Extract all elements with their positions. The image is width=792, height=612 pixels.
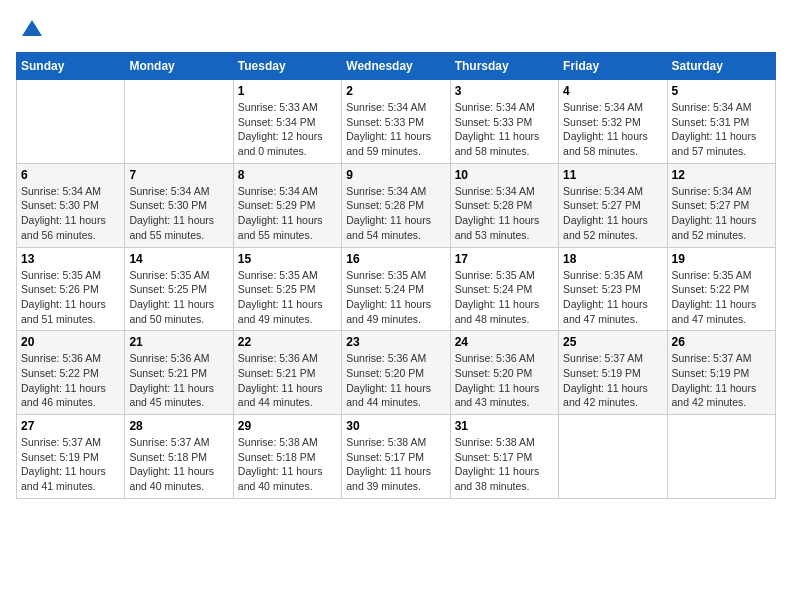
- calendar-day-cell: 9Sunrise: 5:34 AM Sunset: 5:28 PM Daylig…: [342, 163, 450, 247]
- day-number: 8: [238, 168, 337, 182]
- day-info: Sunrise: 5:35 AM Sunset: 5:25 PM Dayligh…: [238, 268, 337, 327]
- calendar-day-cell: 29Sunrise: 5:38 AM Sunset: 5:18 PM Dayli…: [233, 415, 341, 499]
- day-number: 3: [455, 84, 554, 98]
- day-info: Sunrise: 5:35 AM Sunset: 5:26 PM Dayligh…: [21, 268, 120, 327]
- day-info: Sunrise: 5:37 AM Sunset: 5:19 PM Dayligh…: [21, 435, 120, 494]
- day-info: Sunrise: 5:37 AM Sunset: 5:18 PM Dayligh…: [129, 435, 228, 494]
- day-number: 15: [238, 252, 337, 266]
- day-number: 30: [346, 419, 445, 433]
- day-info: Sunrise: 5:34 AM Sunset: 5:33 PM Dayligh…: [455, 100, 554, 159]
- day-info: Sunrise: 5:34 AM Sunset: 5:27 PM Dayligh…: [672, 184, 771, 243]
- day-number: 14: [129, 252, 228, 266]
- calendar-day-cell: 11Sunrise: 5:34 AM Sunset: 5:27 PM Dayli…: [559, 163, 667, 247]
- day-info: Sunrise: 5:35 AM Sunset: 5:25 PM Dayligh…: [129, 268, 228, 327]
- calendar-day-cell: 28Sunrise: 5:37 AM Sunset: 5:18 PM Dayli…: [125, 415, 233, 499]
- day-number: 7: [129, 168, 228, 182]
- svg-marker-0: [22, 20, 42, 36]
- day-info: Sunrise: 5:35 AM Sunset: 5:24 PM Dayligh…: [346, 268, 445, 327]
- day-info: Sunrise: 5:36 AM Sunset: 5:22 PM Dayligh…: [21, 351, 120, 410]
- calendar-weekday-header: Sunday: [17, 53, 125, 80]
- day-number: 20: [21, 335, 120, 349]
- calendar-day-cell: 5Sunrise: 5:34 AM Sunset: 5:31 PM Daylig…: [667, 80, 775, 164]
- calendar-day-cell: [125, 80, 233, 164]
- calendar-day-cell: 19Sunrise: 5:35 AM Sunset: 5:22 PM Dayli…: [667, 247, 775, 331]
- day-info: Sunrise: 5:34 AM Sunset: 5:33 PM Dayligh…: [346, 100, 445, 159]
- day-info: Sunrise: 5:34 AM Sunset: 5:28 PM Dayligh…: [346, 184, 445, 243]
- logo-icon: [20, 16, 44, 40]
- calendar-week-row: 1Sunrise: 5:33 AM Sunset: 5:34 PM Daylig…: [17, 80, 776, 164]
- day-number: 22: [238, 335, 337, 349]
- calendar-day-cell: 6Sunrise: 5:34 AM Sunset: 5:30 PM Daylig…: [17, 163, 125, 247]
- day-number: 2: [346, 84, 445, 98]
- day-number: 12: [672, 168, 771, 182]
- day-info: Sunrise: 5:35 AM Sunset: 5:24 PM Dayligh…: [455, 268, 554, 327]
- calendar-day-cell: 20Sunrise: 5:36 AM Sunset: 5:22 PM Dayli…: [17, 331, 125, 415]
- page-header: [16, 16, 776, 40]
- day-info: Sunrise: 5:34 AM Sunset: 5:29 PM Dayligh…: [238, 184, 337, 243]
- calendar-day-cell: 25Sunrise: 5:37 AM Sunset: 5:19 PM Dayli…: [559, 331, 667, 415]
- day-number: 28: [129, 419, 228, 433]
- calendar-day-cell: 23Sunrise: 5:36 AM Sunset: 5:20 PM Dayli…: [342, 331, 450, 415]
- day-info: Sunrise: 5:34 AM Sunset: 5:32 PM Dayligh…: [563, 100, 662, 159]
- day-number: 27: [21, 419, 120, 433]
- day-info: Sunrise: 5:33 AM Sunset: 5:34 PM Dayligh…: [238, 100, 337, 159]
- day-number: 24: [455, 335, 554, 349]
- calendar-day-cell: 10Sunrise: 5:34 AM Sunset: 5:28 PM Dayli…: [450, 163, 558, 247]
- day-info: Sunrise: 5:36 AM Sunset: 5:21 PM Dayligh…: [238, 351, 337, 410]
- day-number: 9: [346, 168, 445, 182]
- day-number: 31: [455, 419, 554, 433]
- day-number: 17: [455, 252, 554, 266]
- day-number: 25: [563, 335, 662, 349]
- day-number: 23: [346, 335, 445, 349]
- day-info: Sunrise: 5:37 AM Sunset: 5:19 PM Dayligh…: [672, 351, 771, 410]
- calendar-table: SundayMondayTuesdayWednesdayThursdayFrid…: [16, 52, 776, 499]
- calendar-day-cell: 27Sunrise: 5:37 AM Sunset: 5:19 PM Dayli…: [17, 415, 125, 499]
- day-info: Sunrise: 5:35 AM Sunset: 5:23 PM Dayligh…: [563, 268, 662, 327]
- calendar-weekday-header: Tuesday: [233, 53, 341, 80]
- day-info: Sunrise: 5:38 AM Sunset: 5:17 PM Dayligh…: [346, 435, 445, 494]
- day-number: 29: [238, 419, 337, 433]
- calendar-day-cell: 3Sunrise: 5:34 AM Sunset: 5:33 PM Daylig…: [450, 80, 558, 164]
- calendar-day-cell: 15Sunrise: 5:35 AM Sunset: 5:25 PM Dayli…: [233, 247, 341, 331]
- calendar-day-cell: 2Sunrise: 5:34 AM Sunset: 5:33 PM Daylig…: [342, 80, 450, 164]
- calendar-day-cell: [17, 80, 125, 164]
- day-info: Sunrise: 5:36 AM Sunset: 5:20 PM Dayligh…: [346, 351, 445, 410]
- calendar-weekday-header: Friday: [559, 53, 667, 80]
- day-number: 6: [21, 168, 120, 182]
- calendar-day-cell: 8Sunrise: 5:34 AM Sunset: 5:29 PM Daylig…: [233, 163, 341, 247]
- calendar-weekday-header: Wednesday: [342, 53, 450, 80]
- calendar-day-cell: 12Sunrise: 5:34 AM Sunset: 5:27 PM Dayli…: [667, 163, 775, 247]
- day-number: 26: [672, 335, 771, 349]
- calendar-day-cell: [667, 415, 775, 499]
- day-info: Sunrise: 5:36 AM Sunset: 5:20 PM Dayligh…: [455, 351, 554, 410]
- day-info: Sunrise: 5:35 AM Sunset: 5:22 PM Dayligh…: [672, 268, 771, 327]
- calendar-day-cell: 26Sunrise: 5:37 AM Sunset: 5:19 PM Dayli…: [667, 331, 775, 415]
- day-number: 21: [129, 335, 228, 349]
- day-info: Sunrise: 5:38 AM Sunset: 5:17 PM Dayligh…: [455, 435, 554, 494]
- day-info: Sunrise: 5:34 AM Sunset: 5:30 PM Dayligh…: [21, 184, 120, 243]
- day-number: 4: [563, 84, 662, 98]
- day-info: Sunrise: 5:38 AM Sunset: 5:18 PM Dayligh…: [238, 435, 337, 494]
- calendar-week-row: 20Sunrise: 5:36 AM Sunset: 5:22 PM Dayli…: [17, 331, 776, 415]
- calendar-day-cell: 22Sunrise: 5:36 AM Sunset: 5:21 PM Dayli…: [233, 331, 341, 415]
- day-number: 13: [21, 252, 120, 266]
- day-info: Sunrise: 5:37 AM Sunset: 5:19 PM Dayligh…: [563, 351, 662, 410]
- day-number: 19: [672, 252, 771, 266]
- calendar-day-cell: 14Sunrise: 5:35 AM Sunset: 5:25 PM Dayli…: [125, 247, 233, 331]
- day-info: Sunrise: 5:34 AM Sunset: 5:28 PM Dayligh…: [455, 184, 554, 243]
- calendar-week-row: 27Sunrise: 5:37 AM Sunset: 5:19 PM Dayli…: [17, 415, 776, 499]
- calendar-day-cell: 21Sunrise: 5:36 AM Sunset: 5:21 PM Dayli…: [125, 331, 233, 415]
- calendar-header-row: SundayMondayTuesdayWednesdayThursdayFrid…: [17, 53, 776, 80]
- day-info: Sunrise: 5:34 AM Sunset: 5:30 PM Dayligh…: [129, 184, 228, 243]
- day-number: 11: [563, 168, 662, 182]
- calendar-weekday-header: Saturday: [667, 53, 775, 80]
- calendar-day-cell: [559, 415, 667, 499]
- day-number: 10: [455, 168, 554, 182]
- day-number: 18: [563, 252, 662, 266]
- calendar-weekday-header: Thursday: [450, 53, 558, 80]
- calendar-day-cell: 1Sunrise: 5:33 AM Sunset: 5:34 PM Daylig…: [233, 80, 341, 164]
- calendar-weekday-header: Monday: [125, 53, 233, 80]
- calendar-day-cell: 30Sunrise: 5:38 AM Sunset: 5:17 PM Dayli…: [342, 415, 450, 499]
- calendar-day-cell: 24Sunrise: 5:36 AM Sunset: 5:20 PM Dayli…: [450, 331, 558, 415]
- logo: [16, 16, 44, 40]
